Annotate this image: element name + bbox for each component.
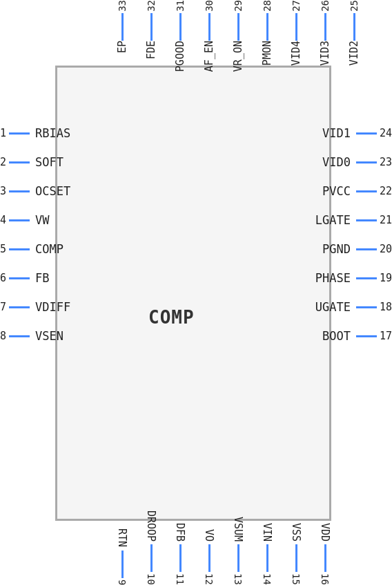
right-pin-21: 21 LGATE: [315, 213, 392, 227]
top-pin-31: 31 PGOOD: [174, 0, 186, 75]
bottom-pin-10: 10 DROOP: [145, 510, 157, 585]
right-pin-19: 19 PHASE: [315, 271, 392, 285]
top-pin-26: 26 VID3: [319, 0, 331, 68]
left-pin-8: 8 VSEN: [0, 329, 63, 343]
ic-diagram: COMP 33 EP 32 FDE 31 PGOOD 30 AF_EN 29 V…: [0, 0, 392, 585]
right-pin-24: 24 VID1: [322, 126, 392, 140]
top-pin-27: 27 VID4: [290, 0, 302, 68]
right-pin-22: 22 PVCC: [322, 184, 392, 198]
right-pin-23: 23 VID0: [322, 155, 392, 169]
top-pin-32: 32 FDE: [145, 0, 157, 62]
top-pin-33: 33 EP: [116, 0, 128, 56]
bottom-pin-15: 15 VSS: [290, 523, 302, 585]
ic-main-label: COMP: [148, 307, 195, 328]
top-pin-25: 25 VID2: [348, 0, 360, 68]
right-pin-18: 18 UGATE: [315, 300, 392, 314]
right-pin-20: 20 PGND: [322, 242, 392, 256]
left-pin-5: 5 COMP: [0, 242, 63, 256]
top-pin-30: 30 AF_EN: [203, 0, 215, 75]
left-pin-1: 1 RBIAS: [0, 126, 70, 140]
bottom-pin-9: 9 RTN: [116, 528, 128, 585]
left-pin-7: 7 VDIFF: [0, 300, 70, 314]
left-pin-4: 4 VW: [0, 213, 50, 227]
ic-body: [55, 66, 331, 521]
left-pin-3: 3 OCSET: [0, 184, 70, 198]
bottom-pin-13: 13 VSUM: [232, 517, 244, 585]
bottom-pin-14: 14 VIN: [261, 523, 273, 585]
bottom-pin-16: 16 VDD: [319, 523, 331, 585]
bottom-pin-12: 12 VO: [203, 529, 215, 585]
left-pin-6: 6 FB: [0, 271, 50, 285]
bottom-pin-11: 11 DFB: [174, 523, 186, 585]
right-pin-17: 17 BOOT: [322, 329, 392, 343]
top-pin-28: 28 PMON: [261, 0, 273, 68]
top-pin-29: 29 VR_ON: [232, 0, 244, 75]
left-pin-2: 2 SOFT: [0, 155, 63, 169]
